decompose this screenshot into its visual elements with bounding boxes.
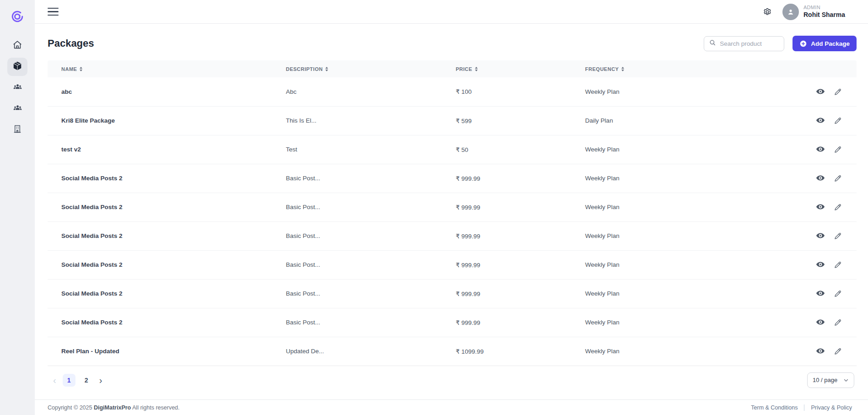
table-row: Social Media Posts 2 Basic Post... ₹ 999… [48, 308, 857, 337]
eye-icon [816, 231, 825, 240]
view-button[interactable] [814, 143, 826, 155]
eye-icon [816, 116, 825, 125]
sort-icon [325, 67, 328, 71]
pencil-icon [834, 117, 842, 125]
edit-button[interactable] [832, 144, 844, 156]
edit-button[interactable] [832, 86, 844, 98]
pagination: ‹ 1 2 › [51, 374, 104, 387]
cell-actions [727, 279, 857, 308]
table-row: Reel Plan - Updated Updated De... ₹ 1099… [48, 337, 857, 366]
column-header-frequency[interactable]: FREQUENCY [582, 60, 727, 77]
brand-logo-icon[interactable] [7, 6, 27, 27]
table-row: Kri8 Elite Package This Is El... ₹ 599 D… [48, 106, 857, 135]
cell-frequency: Weekly Plan [582, 164, 727, 193]
column-header-price[interactable]: PRICE [452, 60, 582, 77]
eye-icon [816, 289, 825, 298]
edit-button[interactable] [832, 201, 844, 213]
table-row: Social Media Posts 2 Basic Post... ₹ 999… [48, 250, 857, 279]
view-button[interactable] [814, 345, 826, 357]
cell-frequency: Weekly Plan [582, 221, 727, 250]
package-icon [12, 61, 22, 73]
building-icon [12, 124, 22, 136]
search-input[interactable] [720, 40, 779, 47]
add-package-button[interactable]: Add Package [793, 36, 857, 51]
main-column: ADMIN Rohit Sharma Packages [35, 0, 868, 415]
cell-price: ₹ 1099.99 [452, 337, 582, 366]
copyright-text: Copyright © 2025 DigiMatrixPro All right… [48, 404, 180, 411]
cell-description: Test [282, 135, 452, 164]
cell-name: Kri8 Elite Package [48, 106, 282, 135]
cell-price: ₹ 999.99 [452, 164, 582, 193]
pencil-icon [834, 203, 842, 211]
users-icon [12, 103, 23, 115]
cell-description: Basic Post... [282, 250, 452, 279]
edit-button[interactable] [832, 230, 844, 242]
cell-description: Basic Post... [282, 279, 452, 308]
page-size-select[interactable]: 10 / page [807, 372, 854, 388]
terms-link[interactable]: Term & Conditions [751, 404, 798, 411]
cell-description: Basic Post... [282, 164, 452, 193]
cell-price: ₹ 999.99 [452, 221, 582, 250]
app-root: ADMIN Rohit Sharma Packages [0, 0, 868, 415]
column-header-name[interactable]: NAME [48, 60, 282, 77]
sidebar-nav [7, 37, 27, 139]
view-button[interactable] [814, 259, 826, 270]
pagination-row: ‹ 1 2 › 10 / page [48, 372, 857, 388]
column-label: NAME [61, 66, 77, 72]
column-label: FREQUENCY [585, 66, 619, 72]
view-button[interactable] [814, 172, 826, 184]
cell-frequency: Weekly Plan [582, 337, 727, 366]
cell-name: Reel Plan - Updated [48, 337, 282, 366]
view-button[interactable] [814, 86, 826, 97]
sidebar-item-home[interactable] [7, 37, 27, 55]
cell-actions [727, 193, 857, 221]
cell-price: ₹ 999.99 [452, 279, 582, 308]
edit-button[interactable] [832, 345, 844, 357]
page-size-value: 10 / page [813, 377, 837, 383]
previous-page-button[interactable]: ‹ [51, 376, 58, 385]
edit-button[interactable] [832, 317, 844, 329]
sidebar-item-organization[interactable] [7, 121, 27, 139]
edit-button[interactable] [832, 288, 844, 300]
table-row: abc Abc ₹ 100 Weekly Plan [48, 77, 857, 106]
avatar [782, 4, 799, 20]
view-button[interactable] [814, 316, 826, 328]
packages-table: NAME DESCRIPTION PRICE FREQUENCY [48, 60, 857, 366]
view-button[interactable] [814, 201, 826, 213]
edit-button[interactable] [832, 172, 844, 184]
view-button[interactable] [814, 230, 826, 242]
home-icon [12, 40, 22, 52]
settings-gear-icon[interactable] [762, 7, 772, 17]
menu-toggle-icon[interactable] [48, 8, 59, 16]
pencil-icon [834, 88, 842, 96]
profile-text: ADMIN Rohit Sharma [803, 5, 845, 19]
sidebar [0, 0, 35, 415]
user-name: Rohit Sharma [803, 11, 845, 19]
edit-button[interactable] [832, 115, 844, 127]
privacy-link[interactable]: Privacy & Policy [804, 404, 852, 411]
pencil-icon [834, 232, 842, 240]
cell-name: Social Media Posts 2 [48, 193, 282, 221]
next-page-button[interactable]: › [97, 376, 104, 385]
page-button-2[interactable]: 2 [80, 374, 93, 387]
topbar: ADMIN Rohit Sharma [35, 0, 868, 24]
view-button[interactable] [814, 114, 826, 126]
cell-description: Basic Post... [282, 193, 452, 221]
cell-description: Abc [282, 77, 452, 106]
sidebar-item-users[interactable] [7, 79, 27, 97]
eye-icon [816, 173, 825, 183]
search-box [704, 36, 784, 51]
cell-actions [727, 308, 857, 337]
sidebar-item-packages[interactable] [7, 58, 27, 76]
search-icon [709, 39, 716, 48]
column-header-description[interactable]: DESCRIPTION [282, 60, 452, 77]
cell-frequency: Weekly Plan [582, 279, 727, 308]
page-button-1[interactable]: 1 [63, 374, 75, 387]
cell-description: This Is El... [282, 106, 452, 135]
view-button[interactable] [814, 287, 826, 299]
content: Packages [35, 24, 868, 399]
profile-menu[interactable]: ADMIN Rohit Sharma [782, 4, 845, 20]
cell-price: ₹ 100 [452, 77, 582, 106]
edit-button[interactable] [832, 259, 844, 271]
sidebar-item-team[interactable] [7, 100, 27, 118]
